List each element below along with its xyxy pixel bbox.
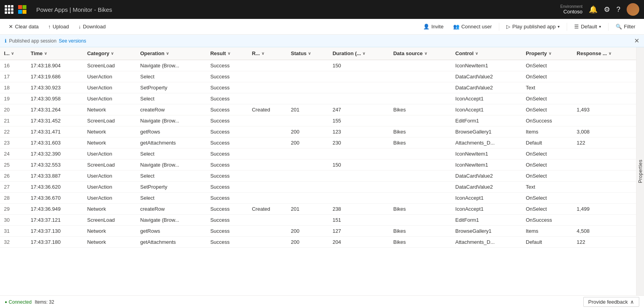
table-cell	[329, 93, 389, 104]
col-r[interactable]: R...∨	[248, 47, 287, 60]
table-cell: OnSelect	[522, 171, 573, 182]
table-cell	[329, 193, 389, 204]
table-row[interactable]: 2017:43:31.264NetworkcreateRowSuccessCre…	[0, 104, 636, 115]
table-cell	[287, 93, 329, 104]
clear-data-button[interactable]: ✕ Clear data	[5, 22, 43, 31]
table-row[interactable]: 3117:43:37.130NetworkgetRowsSuccess20012…	[0, 226, 636, 237]
table-cell: OnSuccess	[522, 115, 573, 126]
table-row[interactable]: 2517:43:32.553ScreenLoadNavigate (Brow..…	[0, 160, 636, 171]
table-cell: IconNewItem1	[452, 148, 522, 160]
col-control[interactable]: Control∨	[452, 47, 522, 60]
user-avatar[interactable]	[627, 3, 639, 16]
table-cell: 29	[0, 204, 27, 215]
table-cell: ScreenLoad	[83, 215, 136, 226]
clear-data-label: Clear data	[15, 24, 39, 30]
table-cell	[248, 193, 287, 204]
table-row[interactable]: 3017:43:37.121ScreenLoadNavigate (Brow..…	[0, 215, 636, 226]
table-row[interactable]: 2217:43:31.471NetworkgetRowsSuccess20012…	[0, 126, 636, 137]
table-cell: Success	[206, 137, 248, 148]
table-cell: UserAction	[83, 193, 136, 204]
table-cell: IconAccept1	[452, 193, 522, 204]
table-cell: 16	[0, 60, 27, 71]
environment-label: Environment	[560, 4, 582, 9]
table-cell: Network	[83, 204, 136, 215]
properties-panel[interactable]: Properties	[636, 47, 644, 295]
table-cell: getAttachments	[136, 137, 207, 148]
table-cell: Success	[206, 215, 248, 226]
table-container[interactable]: I...∨ Time∨ Category∨ Operation∨ Result∨…	[0, 47, 636, 295]
notifications-icon[interactable]: 🔔	[589, 5, 597, 14]
table-cell	[248, 171, 287, 182]
settings-icon[interactable]: ⚙	[604, 5, 610, 14]
table-cell: 122	[573, 137, 636, 148]
table-row[interactable]: 2617:43:33.887UserActionSelectSuccessDat…	[0, 171, 636, 182]
table-cell: Network	[83, 237, 136, 248]
table-cell: Select	[136, 148, 207, 160]
table-cell	[573, 160, 636, 171]
table-cell	[287, 171, 329, 182]
see-versions-link[interactable]: See versions	[59, 38, 86, 44]
toolbar-divider-2	[567, 23, 567, 31]
table-row[interactable]: 2317:43:31.603NetworkgetAttachmentsSucce…	[0, 137, 636, 148]
play-published-app-button[interactable]: ▷ Play published app ▾	[502, 22, 564, 31]
table-cell: Success	[206, 126, 248, 137]
table-row[interactable]: 3217:43:37.180NetworkgetAttachmentsSucce…	[0, 237, 636, 248]
help-icon[interactable]: ?	[616, 6, 620, 14]
table-row[interactable]: 2817:43:36.670UserActionSelectSuccessIco…	[0, 193, 636, 204]
connect-user-icon: 👥	[453, 24, 459, 30]
col-time[interactable]: Time∨	[27, 47, 83, 60]
table-row[interactable]: 2717:43:36.620UserActionSetPropertySucce…	[0, 182, 636, 193]
table-row[interactable]: 1617:43:18.904ScreenLoadNavigate (Brow..…	[0, 60, 636, 71]
play-icon: ▷	[506, 24, 510, 30]
upload-button[interactable]: ↑ Upload	[44, 22, 73, 31]
provide-feedback-button[interactable]: Provide feedback ∧	[583, 297, 639, 307]
table-cell	[248, 237, 287, 248]
waffle-icon[interactable]	[5, 5, 13, 14]
table-cell: getRows	[136, 126, 207, 137]
table-row[interactable]: 2917:43:36.949NetworkcreateRowSuccessCre…	[0, 204, 636, 215]
table-row[interactable]: 1717:43:19.686UserActionSelectSuccessDat…	[0, 71, 636, 82]
col-status[interactable]: Status∨	[287, 47, 329, 60]
col-property[interactable]: Property∨	[522, 47, 573, 60]
table-cell: ScreenLoad	[83, 115, 136, 126]
table-cell: 20	[0, 104, 27, 115]
info-text: Published app session	[9, 38, 56, 44]
col-response[interactable]: Response ...∨	[573, 47, 636, 60]
default-button[interactable]: ☰ Default ▾	[570, 22, 605, 31]
table-cell: Success	[206, 226, 248, 237]
table-cell	[248, 93, 287, 104]
col-result[interactable]: Result∨	[206, 47, 248, 60]
table-cell: UserAction	[83, 71, 136, 82]
table-cell: getAttachments	[136, 237, 207, 248]
table-cell: DataCardValue2	[452, 171, 522, 182]
col-id[interactable]: I...∨	[0, 47, 27, 60]
table-cell: Text	[522, 182, 573, 193]
table-row[interactable]: 1817:43:30.923UserActionSetPropertySucce…	[0, 82, 636, 93]
table-cell: 200	[287, 237, 329, 248]
download-button[interactable]: ↓ Download	[75, 22, 110, 31]
table-cell: 17:43:32.553	[27, 160, 83, 171]
col-operation[interactable]: Operation∨	[136, 47, 207, 60]
filter-button[interactable]: 🔍 Filter	[612, 22, 639, 31]
sort-icon-duration: ∨	[362, 51, 365, 56]
info-close-button[interactable]: ✕	[634, 37, 639, 45]
connect-user-button[interactable]: 👥 Connect user	[449, 22, 496, 31]
toolbar-divider-1	[499, 23, 499, 31]
col-category[interactable]: Category∨	[83, 47, 136, 60]
invite-button[interactable]: 👤 Invite	[419, 22, 448, 31]
col-data-source[interactable]: Data source∨	[389, 47, 451, 60]
table-cell: 17:43:18.904	[27, 60, 83, 71]
table-cell: IconNewItem1	[452, 60, 522, 71]
table-cell	[248, 60, 287, 71]
table-row[interactable]: 2117:43:31.452ScreenLoadNavigate (Brow..…	[0, 115, 636, 126]
table-cell: 18	[0, 82, 27, 93]
table-cell: 17:43:31.264	[27, 104, 83, 115]
table-cell: UserAction	[83, 182, 136, 193]
table-cell: 32	[0, 237, 27, 248]
filter-icon: 🔍	[616, 24, 622, 30]
table-row[interactable]: 2417:43:32.390UserActionSelectSuccessIco…	[0, 148, 636, 160]
table-cell	[329, 148, 389, 160]
app-title: Power Apps | Monitor - Bikes	[35, 6, 114, 13]
col-duration[interactable]: Duration (...∨	[329, 47, 389, 60]
table-row[interactable]: 1917:43:30.958UserActionSelectSuccessIco…	[0, 93, 636, 104]
